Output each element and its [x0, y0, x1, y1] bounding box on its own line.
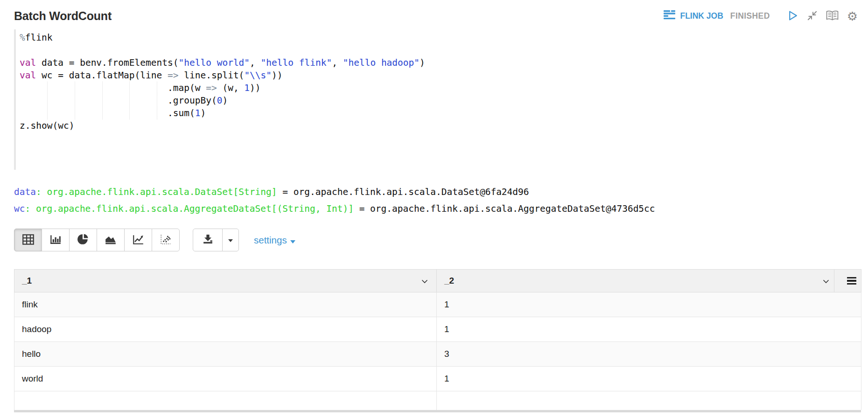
table-row: hello3: [14, 342, 861, 367]
scatter-chart-icon: [160, 233, 172, 247]
table-cell: 1: [437, 367, 861, 391]
column-header-1[interactable]: _1: [14, 270, 437, 292]
code-line: [20, 132, 854, 145]
pie-chart-icon: [77, 233, 89, 247]
run-paragraph-button[interactable]: [787, 10, 798, 23]
line-chart-icon: [132, 233, 144, 247]
paragraph-settings-button[interactable]: ⚙: [847, 10, 858, 22]
table-cell: world: [14, 367, 437, 391]
indent-guide: [47, 82, 48, 119]
indent-guide: [102, 82, 103, 119]
table-cell: 1: [437, 292, 861, 317]
show-editor-button[interactable]: [826, 10, 839, 22]
table-cell: 1: [437, 317, 861, 342]
table-cell: flink: [14, 292, 437, 317]
indent-guide: [75, 82, 75, 119]
result-table: _1 _2 flink1hadoop1hello: [14, 269, 861, 410]
caret-down-icon: [228, 236, 233, 243]
gear-icon: ⚙: [847, 10, 858, 22]
grid-menu-header: [834, 270, 861, 292]
download-icon: [202, 234, 214, 247]
chevron-down-icon[interactable]: [823, 276, 829, 286]
flink-job-link[interactable]: FLINK JOB: [664, 10, 723, 22]
paragraph-header: Batch WordCount FLINK JOB FINISHED: [0, 0, 868, 23]
output-line: data: org.apache.flink.api.scala.DataSet…: [14, 184, 854, 201]
code-line: .sum(1): [20, 107, 854, 119]
table-row: hadoop1: [14, 317, 861, 342]
job-label: FLINK JOB: [680, 11, 723, 21]
chart-type-group: [14, 229, 180, 251]
paragraph-output: data: org.apache.flink.api.scala.DataSet…: [14, 184, 854, 217]
table-row: flink1: [14, 292, 861, 317]
table-row: world1: [14, 367, 861, 391]
chevron-down-icon[interactable]: [421, 276, 428, 286]
column-header-2[interactable]: _2: [437, 270, 834, 292]
table-body: flink1hadoop1hello3world1: [14, 292, 861, 391]
table-icon: [22, 234, 35, 247]
caret-down-icon: [290, 235, 295, 246]
area-chart-button[interactable]: [97, 229, 125, 251]
table-cell: hadoop: [14, 317, 437, 342]
code-line: .map(w => (w, 1)): [20, 82, 854, 94]
download-button[interactable]: [193, 229, 223, 251]
menu-icon: [847, 276, 856, 286]
code-line: [20, 145, 854, 157]
column-label: _1: [22, 276, 32, 285]
indent-guide: [157, 82, 157, 119]
page-title: Batch WordCount: [14, 9, 112, 23]
result-toolbar: settings: [14, 229, 868, 251]
table-cell: 3: [437, 342, 861, 367]
bar-chart-icon: [49, 233, 62, 247]
download-caret-button[interactable]: [222, 229, 239, 251]
compress-icon: [807, 10, 818, 22]
scatter-chart-button[interactable]: [152, 229, 180, 251]
collapse-button[interactable]: [807, 10, 818, 22]
code-editor[interactable]: %flink val data = benv.fromElements("hel…: [14, 29, 854, 170]
code-line: val wc = data.flatMap(line => line.split…: [20, 69, 854, 82]
code-line: z.show(wc): [20, 119, 854, 132]
result-table-container: _1 _2 flink1hadoop1hello: [14, 269, 861, 412]
code-line: %flink: [20, 31, 854, 44]
output-line: wc: org.apache.flink.api.scala.Aggregate…: [14, 201, 854, 217]
settings-label: settings: [254, 235, 287, 246]
download-group: [193, 229, 239, 251]
job-bars-icon: [664, 10, 676, 22]
line-chart-button[interactable]: [124, 229, 152, 251]
column-label: _2: [444, 276, 454, 285]
code-line: [20, 157, 854, 170]
code-line: val data = benv.fromElements("hello worl…: [20, 56, 854, 69]
table-cell: hello: [14, 342, 437, 367]
table-filler-row: [14, 391, 861, 410]
code-line: [20, 44, 854, 56]
status-badge: FINISHED: [730, 11, 770, 21]
control-icons: ⚙: [787, 10, 858, 23]
paragraph-controls: FLINK JOB FINISHED: [664, 10, 858, 23]
code-line: .groupBy(0): [20, 94, 854, 107]
area-chart-icon: [105, 233, 117, 247]
pie-chart-button[interactable]: [69, 229, 97, 251]
bar-chart-button[interactable]: [42, 229, 70, 251]
indent-guide: [129, 82, 130, 119]
grid-menu-button[interactable]: [842, 276, 861, 286]
table-header-row: _1 _2: [14, 270, 861, 292]
play-icon: [787, 10, 798, 23]
table-bottom-divider: [14, 410, 861, 412]
table-view-button[interactable]: [14, 229, 42, 251]
settings-toggle[interactable]: settings: [254, 235, 295, 246]
book-icon: [826, 10, 839, 22]
